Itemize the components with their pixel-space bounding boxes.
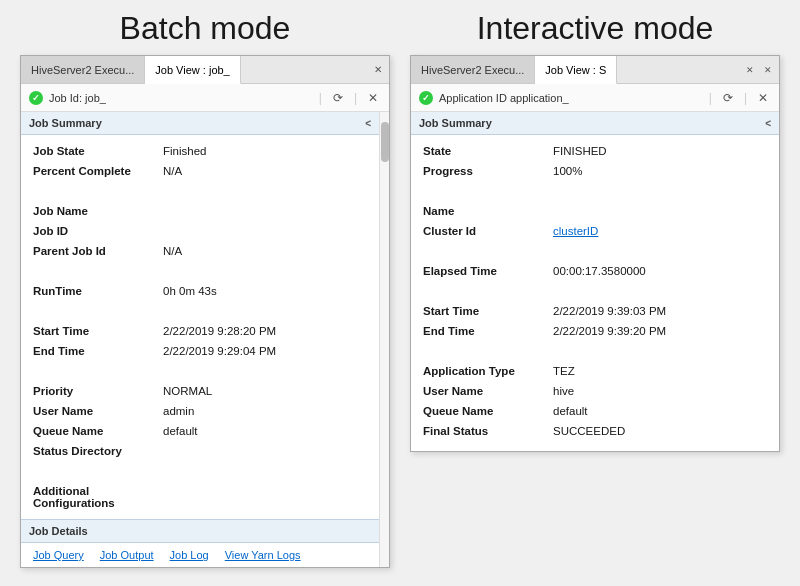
interactive-body: Job Summary < State FINISHED Progress 10…	[411, 112, 779, 451]
table-row: End Time 2/22/2019 9:39:20 PM	[423, 323, 767, 343]
table-row: Parent Job Id N/A	[33, 243, 367, 263]
batch-titlebar: HiveServer2 Execu... Job View : job_ ✕	[21, 56, 389, 84]
table-row: Additional Configurations	[33, 483, 367, 511]
table-row: Elapsed Time 00:00:17.3580000	[423, 263, 767, 283]
batch-link-yarn[interactable]: View Yarn Logs	[225, 549, 301, 561]
table-row: Job State Finished	[33, 143, 367, 163]
batch-section: Batch mode HiveServer2 Execu... Job View…	[20, 10, 390, 568]
interactive-title: Interactive mode	[477, 10, 714, 47]
batch-footer-links: Job Query Job Output Job Log View Yarn L…	[21, 543, 379, 567]
batch-panel-collapse[interactable]: <	[365, 118, 371, 129]
batch-main: Job Summary < Job State Finished Percent…	[21, 112, 379, 567]
interactive-status-icon	[419, 91, 433, 105]
table-row: Application Type TEZ	[423, 363, 767, 383]
table-row: Job ID	[33, 223, 367, 243]
interactive-summary-content: State FINISHED Progress 100% Name	[411, 135, 779, 451]
batch-details-header: Job Details	[21, 519, 379, 543]
table-row: Progress 100%	[423, 163, 767, 183]
interactive-window: HiveServer2 Execu... Job View : S ✕ ✕ Ap…	[410, 55, 780, 452]
table-row: Priority NORMAL	[33, 383, 367, 403]
interactive-pin-btn[interactable]: ✕	[743, 63, 757, 77]
table-row: RunTime 0h 0m 43s	[33, 283, 367, 303]
batch-scroll-thumb	[381, 122, 389, 162]
batch-tab-1[interactable]: Job View : job_	[145, 56, 240, 84]
interactive-status-text: Application ID application_	[439, 92, 701, 104]
batch-status-text: Job Id: job_	[49, 92, 311, 104]
batch-tab-0[interactable]: HiveServer2 Execu...	[21, 56, 145, 83]
table-row: Percent Complete N/A	[33, 163, 367, 183]
table-row: Job Name	[33, 203, 367, 223]
batch-tab-close[interactable]: ✕	[371, 63, 385, 77]
batch-link-query[interactable]: Job Query	[33, 549, 84, 561]
interactive-tab-1[interactable]: Job View : S	[535, 56, 617, 84]
interactive-status-bar: Application ID application_ | ⟳ | ✕	[411, 84, 779, 112]
table-row: Queue Name default	[423, 403, 767, 423]
table-row: Cluster Id clusterID	[423, 223, 767, 243]
batch-close-btn[interactable]: ✕	[365, 91, 381, 105]
batch-scrollbar[interactable]	[379, 112, 389, 567]
batch-panel-header: Job Summary <	[21, 112, 379, 135]
batch-tab-controls: ✕	[367, 56, 389, 83]
table-row: Final Status SUCCEEDED	[423, 423, 767, 443]
interactive-tab-0[interactable]: HiveServer2 Execu...	[411, 56, 535, 83]
table-row: State FINISHED	[423, 143, 767, 163]
batch-summary-content: Job State Finished Percent Complete N/A …	[21, 135, 379, 519]
table-row: Status Directory	[33, 443, 367, 463]
batch-status-bar: Job Id: job_ | ⟳ | ✕	[21, 84, 389, 112]
interactive-section: Interactive mode HiveServer2 Execu... Jo…	[410, 10, 780, 452]
interactive-refresh-btn[interactable]: ⟳	[720, 91, 736, 105]
interactive-close-btn[interactable]: ✕	[761, 63, 775, 77]
table-row: Queue Name default	[33, 423, 367, 443]
batch-body: Job Summary < Job State Finished Percent…	[21, 112, 389, 567]
batch-status-icon	[29, 91, 43, 105]
interactive-titlebar: HiveServer2 Execu... Job View : S ✕ ✕	[411, 56, 779, 84]
table-row: End Time 2/22/2019 9:29:04 PM	[33, 343, 367, 363]
table-row: Start Time 2/22/2019 9:39:03 PM	[423, 303, 767, 323]
batch-window: HiveServer2 Execu... Job View : job_ ✕ J…	[20, 55, 390, 568]
batch-refresh-btn[interactable]: ⟳	[330, 91, 346, 105]
interactive-panel-header: Job Summary <	[411, 112, 779, 135]
table-row: Start Time 2/22/2019 9:28:20 PM	[33, 323, 367, 343]
batch-title: Batch mode	[120, 10, 291, 47]
interactive-close-status-btn[interactable]: ✕	[755, 91, 771, 105]
batch-link-output[interactable]: Job Output	[100, 549, 154, 561]
table-row: User Name admin	[33, 403, 367, 423]
table-row: Name	[423, 203, 767, 223]
interactive-tab-controls: ✕ ✕	[739, 56, 779, 83]
table-row: User Name hive	[423, 383, 767, 403]
batch-link-log[interactable]: Job Log	[170, 549, 209, 561]
interactive-panel-collapse[interactable]: <	[765, 118, 771, 129]
cluster-id-link[interactable]: clusterID	[553, 225, 767, 237]
interactive-main: Job Summary < State FINISHED Progress 10…	[411, 112, 779, 451]
